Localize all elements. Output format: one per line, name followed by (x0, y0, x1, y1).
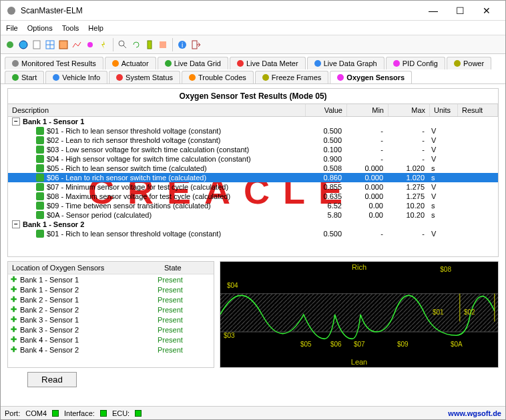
grid-icon[interactable] (45, 39, 55, 50)
col-description[interactable]: Description (8, 104, 306, 116)
power-icon[interactable] (98, 39, 109, 50)
chart-label-rich: Rich (352, 263, 366, 271)
doc-icon[interactable] (31, 39, 42, 50)
device-icon[interactable] (144, 39, 155, 50)
location-row[interactable]: ✚Bank 4 - Sensor 1Present (8, 335, 214, 345)
collapse-icon[interactable]: − (12, 220, 20, 228)
tab-power[interactable]: Power (447, 57, 491, 69)
tab-live-data-meter[interactable]: Live Data Meter (230, 57, 306, 69)
tab-freeze-frames[interactable]: Freeze Frames (255, 71, 329, 83)
statusbar: Port: COM4 Interface: ECU: www.wgsoft.de (1, 406, 505, 419)
row-max: - (387, 127, 429, 135)
ecu-led-icon (135, 410, 142, 417)
location-row[interactable]: ✚Bank 1 - Sensor 1Present (8, 274, 214, 284)
minimize-button[interactable]: — (420, 5, 447, 16)
meter-icon[interactable] (58, 39, 69, 50)
plus-icon: ✚ (11, 315, 20, 324)
loc-col-state[interactable]: State (160, 262, 214, 274)
row-desc: Bank 1 - Sensor 2 (23, 220, 497, 228)
tab-bullet-icon (237, 60, 244, 67)
tab-bullet-icon (454, 60, 461, 67)
location-row[interactable]: ✚Bank 3 - Sensor 1Present (8, 314, 214, 325)
row-max: 1.275 (387, 192, 429, 200)
pid-icon (36, 146, 44, 154)
row-value: 0.508 (304, 164, 346, 172)
pid-icon (36, 174, 44, 182)
svg-rect-11 (148, 41, 152, 49)
tab-actuator[interactable]: Actuator (105, 57, 156, 69)
sensor-row[interactable]: $05 - Rich to lean sensor switch time (c… (8, 164, 498, 173)
sensor-row[interactable]: $0A - Sensor period (calculated)5.800.00… (8, 210, 498, 220)
tab-pid-config[interactable]: PID Config (386, 57, 445, 69)
tab-start[interactable]: Start (5, 71, 44, 83)
collapse-icon[interactable]: − (12, 118, 20, 126)
search-icon[interactable] (117, 39, 128, 50)
row-min: 0.000 (346, 183, 387, 191)
tab-live-data-grid[interactable]: Live Data Grid (158, 57, 228, 69)
bank-header[interactable]: −Bank 1 - Sensor 2 (8, 220, 498, 229)
row-units: s (429, 202, 457, 210)
tab-bullet-icon (12, 74, 19, 81)
exit-icon[interactable] (190, 39, 201, 50)
location-row[interactable]: ✚Bank 1 - Sensor 2Present (8, 284, 214, 294)
tab-trouble-codes[interactable]: Trouble Codes (182, 71, 254, 83)
sensor-row[interactable]: $04 - High sensor voltage for switch tim… (8, 154, 498, 164)
location-header: Location of Oxygen Sensors State (8, 262, 214, 274)
location-row[interactable]: ✚Bank 2 - Sensor 1Present (8, 294, 214, 304)
tab-label: Freeze Frames (272, 73, 322, 81)
tab-system-status[interactable]: System Status (109, 71, 180, 83)
loc-name: Bank 2 - Sensor 2 (20, 306, 158, 314)
tab-monitored-test-results[interactable]: Monitored Test Results (5, 57, 103, 69)
row-units: V (429, 127, 457, 135)
col-units[interactable]: Units (430, 104, 458, 116)
row-max: 10.20 (387, 202, 429, 210)
sensor-row[interactable]: $02 - Lean to rich sensor threshold volt… (8, 136, 498, 145)
loc-state: Present (158, 336, 211, 344)
row-min: - (346, 146, 387, 154)
read-button[interactable]: Read (27, 372, 77, 387)
status-link[interactable]: www.wgsoft.de (448, 409, 501, 417)
tab-vehicle-info[interactable]: Vehicle Info (45, 71, 107, 83)
sensor-row[interactable]: $03 - Low sensor voltage for switch time… (8, 145, 498, 154)
bank-header[interactable]: −Bank 1 - Sensor 1 (8, 117, 498, 126)
sensor-row[interactable]: $08 - Maximum sensor voltage for test cy… (8, 192, 498, 201)
tab-bullet-icon (165, 60, 172, 67)
menu-options[interactable]: Options (27, 24, 53, 32)
connect-icon[interactable] (5, 39, 15, 50)
test-icon[interactable] (158, 39, 168, 50)
close-button[interactable]: ✕ (473, 5, 500, 16)
globe-icon[interactable] (18, 39, 29, 50)
loc-state: Present (158, 296, 211, 304)
result-tree[interactable]: CREACLE −Bank 1 - Sensor 1$01 - Rich to … (7, 117, 499, 257)
maximize-button[interactable]: ☐ (447, 5, 473, 16)
loc-name: Bank 4 - Sensor 2 (20, 346, 158, 354)
port-led-icon (52, 410, 59, 417)
info-icon[interactable]: i (177, 39, 188, 50)
col-max[interactable]: Max (389, 104, 430, 116)
tab-oxygen-sensors[interactable]: Oxygen Sensors (330, 71, 412, 83)
graph-icon[interactable] (71, 39, 82, 50)
plus-icon: ✚ (11, 305, 20, 314)
col-min[interactable]: Min (347, 104, 389, 116)
col-result[interactable]: Result (458, 104, 498, 116)
location-row[interactable]: ✚Bank 4 - Sensor 2Present (8, 345, 214, 355)
location-list[interactable]: ✚Bank 1 - Sensor 1Present✚Bank 1 - Senso… (8, 274, 214, 367)
sensor-row[interactable]: $01 - Rich to lean sensor threshold volt… (8, 126, 498, 136)
menu-tools[interactable]: Tools (62, 24, 79, 32)
menu-help[interactable]: Help (88, 24, 103, 32)
tab-live-data-graph[interactable]: Live Data Graph (307, 57, 385, 69)
location-row[interactable]: ✚Bank 3 - Sensor 2Present (8, 325, 214, 335)
loc-col-name[interactable]: Location of Oxygen Sensors (8, 262, 160, 274)
refresh-icon[interactable] (131, 39, 142, 50)
location-row[interactable]: ✚Bank 2 - Sensor 2Present (8, 304, 214, 314)
config-icon[interactable] (85, 39, 95, 50)
sensor-row[interactable]: $07 - Minimum sensor voltage for test cy… (8, 182, 498, 192)
titlebar: ScanMaster-ELM — ☐ ✕ (1, 1, 505, 21)
sensor-row[interactable]: $06 - Lean to rich sensor switch time (c… (8, 173, 498, 182)
sensor-row[interactable]: $09 - Time between sensor transitions (c… (8, 201, 498, 210)
menu-file[interactable]: File (6, 24, 18, 32)
tab-label: System Status (125, 73, 173, 81)
col-value[interactable]: Value (306, 104, 347, 116)
separator (113, 38, 113, 51)
sensor-row[interactable]: $01 - Rich to lean sensor threshold volt… (8, 229, 498, 238)
